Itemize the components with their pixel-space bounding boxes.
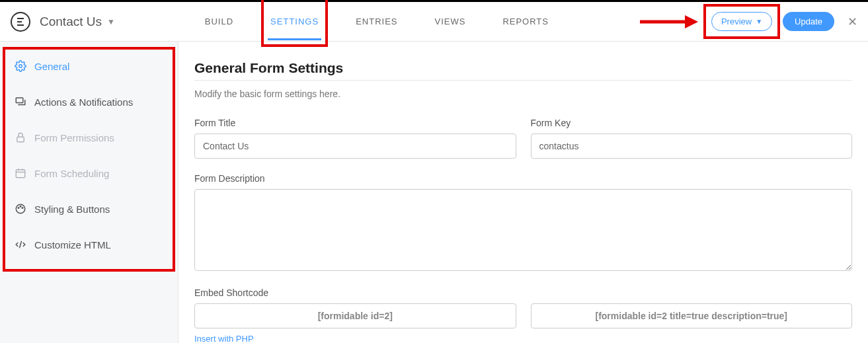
tab-views[interactable]: VIEWS (432, 3, 468, 40)
divider (194, 80, 852, 81)
svg-point-10 (18, 208, 19, 209)
settings-sidebar: General Actions & Notifications (0, 42, 178, 343)
tab-entries[interactable]: ENTRIES (353, 3, 400, 40)
form-description-label: Form Description (194, 173, 852, 184)
preview-button[interactable]: Preview ▼ (711, 12, 772, 31)
tab-reports[interactable]: REPORTS (500, 3, 551, 40)
calendar-icon (15, 167, 29, 179)
tab-settings[interactable]: SETTINGS (268, 3, 321, 40)
sidebar-item-label: General (34, 61, 69, 72)
palette-icon (15, 203, 29, 215)
sidebar-item-label: Customize HTML (34, 239, 111, 250)
svg-rect-5 (16, 170, 25, 178)
svg-point-11 (20, 206, 21, 208)
sidebar-item-general[interactable]: General (4, 48, 174, 84)
form-key-label: Form Key (531, 118, 853, 128)
annotation-arrow-icon (639, 13, 698, 30)
form-key-input[interactable] (531, 133, 853, 159)
form-title-label: Form Title (194, 118, 516, 128)
gear-icon (15, 60, 29, 72)
form-title-input[interactable] (194, 133, 516, 159)
sidebar-item-label: Form Permissions (34, 132, 114, 143)
form-name-label: Contact Us (40, 15, 102, 29)
main-content: General Form Settings Modify the basic f… (178, 42, 868, 343)
app-logo (11, 12, 30, 32)
svg-rect-4 (17, 137, 24, 142)
sidebar-item-permissions[interactable]: Form Permissions (4, 120, 174, 155)
preview-button-label: Preview (721, 17, 752, 26)
insert-with-php-link[interactable]: Insert with PHP (194, 334, 254, 343)
tab-build[interactable]: BUILD (202, 3, 236, 40)
sidebar-highlight: General Actions & Notifications (4, 48, 174, 270)
svg-point-2 (19, 65, 22, 68)
page-subtitle: Modify the basic form settings here. (194, 89, 852, 99)
sidebar-item-actions[interactable]: Actions & Notifications (4, 84, 174, 120)
sidebar-item-label: Actions & Notifications (34, 96, 133, 108)
svg-point-12 (22, 208, 23, 209)
sidebar-item-scheduling[interactable]: Form Scheduling (4, 155, 174, 191)
top-nav: BUILD SETTINGS ENTRIES VIEWS REPORTS (115, 3, 639, 40)
close-icon[interactable]: ✕ (848, 15, 857, 29)
form-name-dropdown[interactable]: Contact Us ▼ (40, 15, 115, 29)
top-bar: Contact Us ▼ BUILD SETTINGS ENTRIES VIEW… (0, 2, 868, 42)
lock-icon (15, 132, 29, 143)
top-actions: Preview ▼ Update ✕ (639, 11, 860, 32)
update-button[interactable]: Update (783, 12, 834, 31)
shortcode-input-2[interactable] (531, 303, 853, 328)
page-title: General Form Settings (194, 60, 852, 76)
code-icon (15, 239, 29, 250)
caret-down-icon: ▼ (756, 18, 762, 25)
sidebar-item-styling[interactable]: Styling & Buttons (4, 191, 174, 227)
form-description-input[interactable] (194, 189, 852, 271)
sidebar-item-label: Styling & Buttons (34, 204, 110, 215)
layers-icon (15, 96, 29, 108)
embed-shortcode-label: Embed Shortcode (194, 287, 852, 298)
sidebar-item-label: Form Scheduling (34, 168, 109, 179)
sidebar-item-customize-html[interactable]: Customize HTML (4, 227, 174, 262)
shortcode-input-1[interactable] (194, 303, 516, 328)
caret-down-icon: ▼ (107, 17, 115, 26)
svg-line-13 (20, 241, 22, 248)
preview-highlight: Preview ▼ (710, 11, 773, 32)
svg-marker-1 (685, 15, 698, 28)
svg-rect-3 (16, 98, 23, 103)
